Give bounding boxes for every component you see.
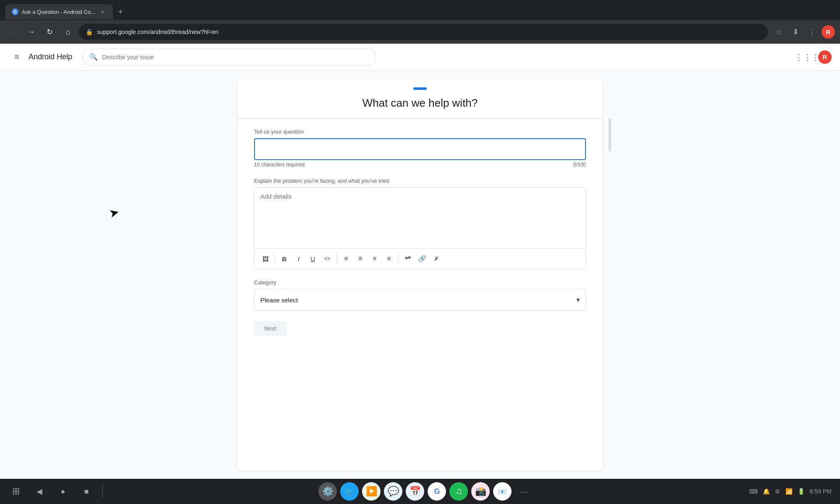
home-button[interactable]: ⌂ — [60, 24, 76, 39]
code-button[interactable]: <> — [320, 252, 334, 265]
help-bar: ≡ Android Help 🔍 ⋮⋮⋮ R — [0, 44, 840, 71]
new-tab-button[interactable]: + — [115, 6, 126, 18]
tab-close-button[interactable]: × — [99, 8, 106, 16]
taskbar-app-photos[interactable]: 📸 — [471, 482, 490, 501]
taskbar-app-gmail[interactable]: 📧 — [493, 482, 512, 501]
url-text: support.google.com/android/thread/new?hl… — [97, 29, 761, 35]
taskbar-app-calendar[interactable]: 📅 — [406, 482, 424, 501]
taskbar-app-messages[interactable]: 💬 — [384, 482, 402, 501]
taskbar-left: ⊞ ◀ ● ■ — [8, 484, 103, 499]
download-button[interactable]: ⬇ — [788, 24, 803, 39]
search-input[interactable] — [102, 54, 369, 60]
apps-grid-button[interactable]: ⋮⋮⋮ — [800, 50, 815, 65]
question-form-group: Tell us your question 10 characters requ… — [254, 129, 586, 168]
taskbar-right: ⌨ 🔔 ⚙ 📶 🔋 8:59 PM — [749, 488, 832, 495]
taskbar-app-settings[interactable]: ⚙️ — [318, 482, 337, 501]
underline-button[interactable]: U — [306, 252, 320, 265]
taskbar-wifi-icon: 📶 — [785, 488, 793, 495]
taskbar-settings-icon: ⚙ — [775, 488, 780, 495]
input-meta: 10 characters required. 0/100 — [254, 162, 586, 168]
help-title: Android Help — [29, 52, 72, 61]
main-content-area: ➤ What can we help with? Tell us your qu… — [0, 71, 840, 479]
tab-title: Ask a Question - Android Co... — [22, 9, 95, 15]
clear-formatting-button[interactable]: ✗ — [430, 252, 443, 265]
quote-button[interactable]: ❝❞ — [401, 252, 415, 265]
link-button[interactable]: 🔗 — [415, 252, 429, 265]
category-select[interactable]: Please select — [254, 289, 586, 311]
page-title: What can we help with? — [254, 97, 586, 110]
taskbar-home-button[interactable]: ● — [55, 484, 71, 499]
back-button[interactable]: ← — [5, 24, 20, 39]
bold-button[interactable]: B — [278, 252, 291, 265]
taskbar-app-more[interactable]: ··· — [515, 482, 533, 501]
taskbar-time: 8:59 PM — [810, 488, 832, 495]
details-label: Explain the problem you're facing, and w… — [254, 178, 586, 184]
taskbar-app-playstore[interactable]: ▶️ — [362, 482, 381, 501]
question-label: Tell us your question — [254, 129, 586, 135]
question-input[interactable] — [254, 138, 586, 160]
category-label: Category — [254, 279, 586, 286]
taskbar-keyboard-icon: ⌨ — [749, 488, 758, 495]
taskbar-notification-icon: 🔔 — [763, 488, 770, 495]
browser-menu-button[interactable]: ⋮ — [805, 24, 820, 39]
italic-button[interactable]: I — [292, 252, 305, 265]
char-count: 0/100 — [573, 162, 586, 168]
bookmark-button[interactable]: ☆ — [771, 24, 786, 39]
address-bar[interactable]: 🔒 support.google.com/android/thread/new?… — [79, 24, 768, 40]
taskbar-app-twitter[interactable]: 🐦 — [340, 482, 359, 501]
details-editor: 🖼 B I U <> ≡ ≡ ≡ ≡ ❝❞ 🔗 ✗ — [254, 187, 586, 269]
step-indicator-bar — [413, 87, 427, 90]
editor-toolbar: 🖼 B I U <> ≡ ≡ ≡ ≡ ❝❞ 🔗 ✗ — [255, 248, 585, 269]
question-hint: 10 characters required. — [254, 162, 306, 168]
forward-button[interactable]: → — [24, 24, 39, 39]
category-select-wrapper: Please select ▾ — [254, 289, 586, 311]
category-form-group: Category Please select ▾ — [254, 279, 586, 311]
tab-bar: G Ask a Question - Android Co... × + — [0, 0, 840, 20]
panel-header: What can we help with? — [254, 79, 586, 110]
step-indicator — [254, 87, 586, 90]
toolbar-sep-2 — [336, 254, 337, 263]
taskbar: ⊞ ◀ ● ■ ⚙️ 🐦 ▶️ 💬 📅 G ♫ 📸 📧 ··· ⌨ 🔔 ⚙ 📶 … — [0, 479, 840, 504]
search-bar[interactable]: 🔍 — [82, 49, 376, 66]
nav-right-icons: ☆ ⬇ ⋮ R — [771, 24, 835, 39]
taskbar-back-button[interactable]: ◀ — [32, 484, 47, 499]
search-icon: 🔍 — [89, 53, 98, 61]
scrollbar[interactable] — [609, 118, 611, 152]
numbered-list-button[interactable]: ≡ — [354, 252, 367, 265]
details-textarea[interactable] — [255, 188, 585, 247]
help-menu-icon[interactable]: ≡ — [8, 49, 25, 66]
lock-icon: 🔒 — [86, 29, 93, 35]
profile-button[interactable]: R — [822, 25, 835, 39]
indent-left-button[interactable]: ≡ — [368, 252, 381, 265]
active-tab[interactable]: G Ask a Question - Android Co... × — [5, 4, 113, 19]
taskbar-recents-button[interactable]: ■ — [79, 484, 94, 499]
taskbar-battery-icon: 🔋 — [798, 488, 805, 495]
tab-favicon: G — [12, 8, 18, 15]
bullet-list-button[interactable]: ≡ — [339, 252, 353, 265]
taskbar-app-spotify[interactable]: ♫ — [449, 482, 468, 501]
content-panel: What can we help with? Tell us your ques… — [237, 79, 603, 470]
cursor: ➤ — [108, 205, 121, 221]
header-divider — [237, 118, 603, 118]
indent-right-button[interactable]: ≡ — [382, 252, 396, 265]
taskbar-app-google[interactable]: G — [428, 482, 446, 501]
toolbar-sep-1 — [275, 254, 275, 263]
details-form-group: Explain the problem you're facing, and w… — [254, 178, 586, 269]
taskbar-apps: ⚙️ 🐦 ▶️ 💬 📅 G ♫ 📸 📧 ··· — [103, 482, 749, 501]
image-button[interactable]: 🖼 — [259, 252, 272, 265]
toolbar-sep-3 — [398, 254, 399, 263]
reload-button[interactable]: ↻ — [42, 24, 57, 39]
taskbar-grid-button[interactable]: ⊞ — [8, 484, 24, 499]
help-right-icons: ⋮⋮⋮ R — [800, 50, 832, 65]
help-profile-button[interactable]: R — [818, 50, 832, 64]
navigation-bar: ← → ↻ ⌂ 🔒 support.google.com/android/thr… — [0, 20, 840, 44]
next-button[interactable]: Next — [254, 321, 286, 336]
grid-icon: ⋮⋮⋮ — [795, 52, 820, 62]
